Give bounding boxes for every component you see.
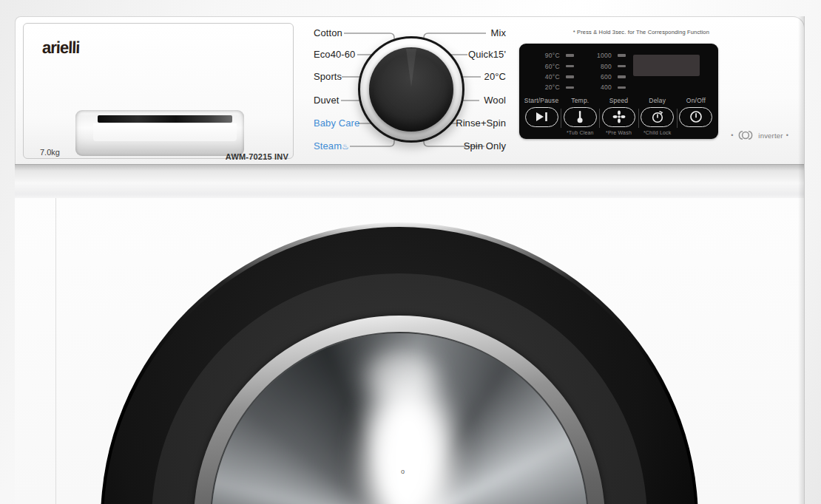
badge-dot: •	[731, 132, 733, 139]
model-label: AWM-70215 INV	[209, 152, 288, 161]
program-label-cotton: Cotton	[314, 27, 342, 39]
body-seam-band	[15, 164, 805, 198]
temp-led-40	[566, 75, 574, 78]
temp-row: 60°C	[528, 61, 574, 71]
program-knob-face	[369, 47, 453, 132]
spin-speed-indicators: 1000 800 600 400	[584, 50, 626, 93]
fan-icon	[612, 110, 626, 123]
speed-led-800	[618, 65, 626, 68]
digital-display	[633, 55, 700, 76]
play-pause-icon	[534, 112, 550, 122]
inverter-motor-icon	[736, 130, 755, 140]
press-hold-note: * Press & Hold 3sec. for The Correspondi…	[518, 29, 709, 35]
timer-icon	[651, 110, 664, 123]
start-pause-button[interactable]	[525, 107, 558, 128]
inverter-label: inverter	[758, 132, 783, 140]
control-fascia: arielli 7.0kg AWM-70215 INV	[15, 16, 805, 164]
speed-button[interactable]	[602, 107, 635, 128]
washing-machine: arielli 7.0kg AWM-70215 INV	[15, 16, 805, 504]
program-label-steam: Steam♨	[314, 140, 349, 152]
button-row: Start/Pause Temp.	[522, 97, 715, 137]
program-knob[interactable]	[358, 36, 464, 143]
speed-row: 600	[584, 72, 626, 82]
product-photo: { "brand": { "logo": "arielli", "capacit…	[0, 0, 821, 504]
speed-led-400	[618, 86, 626, 89]
steam-icon: ♨	[342, 142, 349, 151]
control-panel: 90°C 60°C 40°C 20°C 1000 800 600 400 Sta…	[519, 44, 718, 139]
power-icon	[689, 110, 703, 123]
program-label-baby-care: Baby Care	[314, 118, 359, 129]
brand-logo: arielli	[42, 38, 80, 58]
temp-row: 40°C	[528, 72, 574, 82]
program-label-mix: Mix	[415, 27, 506, 39]
inverter-badge: • inverter •	[718, 129, 801, 141]
start-pause-control: Start/Pause	[522, 97, 561, 137]
delay-control: Delay *Child Lock	[638, 97, 677, 137]
cabinet-right-edge	[798, 16, 805, 504]
temp-row: 90°C	[528, 50, 574, 61]
front-panel-seam	[55, 198, 56, 504]
speed-led-1000	[618, 54, 626, 57]
speed-row: 400	[584, 82, 626, 92]
detergent-drawer-panel: arielli 7.0kg AWM-70215 INV	[23, 23, 294, 159]
temp-control: Temp. *Tub Clean	[561, 97, 599, 137]
on-off-button[interactable]	[679, 107, 712, 128]
temp-row: 20°C	[528, 82, 574, 92]
program-label-spin-only: Spin Only	[415, 140, 506, 152]
knob-pointer	[406, 49, 416, 87]
capacity-label: 7.0kg	[40, 148, 60, 157]
thermometer-icon	[576, 110, 584, 123]
temp-led-20	[566, 86, 574, 89]
speed-control: Speed *Pre Wash	[599, 97, 638, 137]
speed-led-600	[618, 75, 626, 78]
temperature-indicators: 90°C 60°C 40°C 20°C	[528, 50, 574, 93]
program-label-duvet: Duvet	[314, 95, 339, 106]
badge-dot: •	[786, 132, 788, 139]
program-label-sports: Sports	[314, 71, 342, 83]
temp-led-90	[566, 54, 574, 57]
program-label-eco: Eco40-60	[314, 49, 355, 61]
delay-button[interactable]	[641, 107, 674, 128]
speed-row: 1000	[584, 50, 626, 61]
speed-row: 800	[584, 61, 626, 71]
detergent-drawer-handle[interactable]	[75, 110, 244, 156]
drawer-recess-face	[93, 123, 237, 141]
on-off-control: On/Off	[677, 97, 715, 137]
glass-center-mark: o	[401, 468, 405, 475]
drawer-grip-slot	[98, 115, 232, 123]
temp-led-60	[566, 65, 574, 68]
temp-button[interactable]	[564, 107, 597, 128]
